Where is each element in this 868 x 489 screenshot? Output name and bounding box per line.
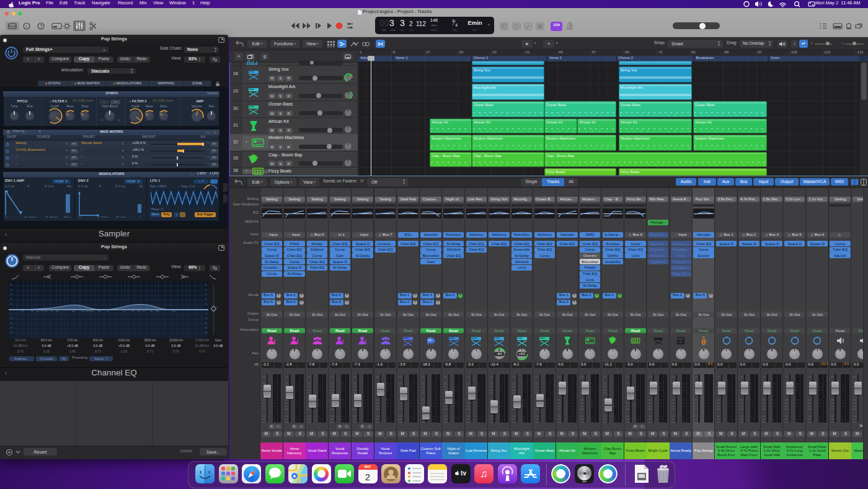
svg-text:S: S — [539, 25, 541, 29]
svg-text:i: i — [26, 24, 27, 29]
svg-text:?: ? — [40, 23, 43, 29]
